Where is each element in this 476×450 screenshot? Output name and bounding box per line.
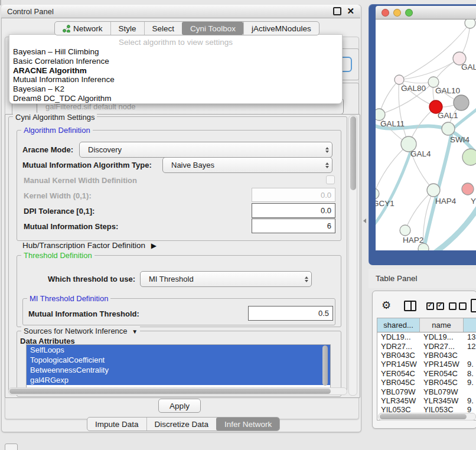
network-node[interactable]: [465, 19, 475, 28]
hub-expander-label: Hub/Transcription Factor Definition: [22, 241, 145, 250]
manual-kernel-checkbox[interactable]: [326, 175, 335, 184]
algorithm-option[interactable]: Bayesian – Hill Climbing: [11, 47, 342, 57]
settings-hscrollbar-thumb[interactable]: [9, 389, 331, 394]
data-attribute-item[interactable]: gal4RGexp: [27, 375, 330, 385]
node-label: GAL7: [461, 63, 476, 71]
tab-label: Network: [73, 24, 103, 33]
tab-network[interactable]: Network: [55, 22, 110, 35]
mi-steps-label: Mutual Information Steps:: [24, 222, 118, 231]
aracne-mode-label: Aracne Mode:: [22, 145, 73, 154]
bottom-tab-infer-network[interactable]: Infer Network: [216, 418, 279, 431]
network-edge[interactable]: [399, 58, 459, 80]
select-all-checkboxes-icon[interactable]: [426, 302, 444, 310]
dropdown-item-list: Bayesian – Hill ClimbingBasic Correlatio…: [9, 47, 342, 103]
table-cell: YER054C: [420, 369, 464, 378]
dpi-tolerance-field[interactable]: 0.0: [252, 203, 335, 218]
table-hscrollbar-thumb[interactable]: [380, 414, 467, 419]
threshold-definition-title: Threshold Definition: [21, 251, 94, 260]
hub-expander[interactable]: Hub/Transcription Factor Definition ▶: [22, 241, 157, 250]
network-node[interactable]: [462, 183, 474, 195]
node-label: HAP2: [403, 236, 423, 244]
network-node[interactable]: [442, 122, 455, 135]
algorithm-option[interactable]: Mutual Information Inference: [11, 75, 342, 84]
algorithm-option[interactable]: Dream8 DC_TDC Algorithm: [11, 94, 342, 103]
node-label: GCY1: [376, 199, 395, 208]
table-cell: YLR345W: [377, 396, 420, 405]
mi-threshold-label: Mutual Information Threshold:: [28, 309, 139, 318]
split-columns-icon[interactable]: [404, 301, 416, 311]
mi-type-combo[interactable]: Naive Bayes: [162, 157, 332, 173]
network-node[interactable]: [395, 75, 404, 84]
docked-tool-icon[interactable]: [5, 444, 18, 450]
bottom-tab-discretize-data[interactable]: Discretize Data: [146, 418, 217, 431]
tab-select[interactable]: Select: [144, 22, 182, 35]
apply-button[interactable]: Apply: [158, 399, 201, 413]
dpi-tolerance-label: DPI Tolerance [0,1]:: [24, 207, 94, 216]
table-row[interactable]: YER054CYER054C8.: [377, 369, 476, 378]
network-node[interactable]: [376, 188, 379, 199]
float-window-icon[interactable]: [333, 7, 341, 15]
bottom-tab-impute-data[interactable]: Impute Data: [87, 418, 146, 431]
table-cell: YDL19...: [377, 332, 420, 341]
table-row[interactable]: YDR27...YDR27...12: [377, 341, 476, 350]
network-node[interactable]: [400, 225, 410, 236]
network-node[interactable]: [418, 243, 429, 250]
aracne-mode-combo[interactable]: Discovery: [79, 142, 332, 158]
network-canvas[interactable]: GAL7GAL80GAL10GAL1GAL11SWI4GAL4HAP4YGCY1…: [376, 19, 476, 250]
network-node[interactable]: [376, 109, 385, 120]
settings-vscrollbar-thumb[interactable]: [350, 116, 356, 190]
mac-minimize-button[interactable]: [393, 9, 401, 17]
algorithm-option[interactable]: Bayesian – K2: [11, 84, 342, 94]
table-row[interactable]: YBR045CYBR045C9.: [377, 378, 476, 387]
table-cell: YDL19...: [420, 332, 464, 341]
sources-group-title[interactable]: Sources for Network Inference ▼: [21, 327, 140, 335]
table-column-header[interactable]: [464, 318, 476, 332]
table-cell: 9.: [464, 396, 476, 405]
mac-zoom-button[interactable]: [405, 9, 413, 17]
data-attribute-item[interactable]: BetweennessCentrality: [27, 365, 330, 375]
stepper-icon: [322, 158, 332, 172]
table-column-header[interactable]: name: [420, 318, 464, 332]
table-row[interactable]: YLR345WYLR345W9.: [377, 396, 476, 405]
mi-type-value: Naive Bayes: [163, 161, 322, 169]
table-column-header[interactable]: shared...: [377, 318, 420, 332]
mi-steps-field[interactable]: 6: [252, 219, 335, 233]
table-row[interactable]: YBL079WYBL079W: [377, 387, 476, 396]
node-label: Y: [471, 197, 476, 206]
tab-jactivemnodules[interactable]: jActiveMNodules: [243, 22, 319, 35]
gear-icon[interactable]: ⚙: [382, 300, 391, 311]
attributes-vscrollbar-thumb[interactable]: [322, 345, 328, 386]
network-node[interactable]: [462, 149, 476, 165]
kernel-width-field[interactable]: 0.0: [252, 188, 335, 202]
table-row[interactable]: YDL19...YDL19...13: [377, 332, 476, 341]
table-row[interactable]: YPR145WYPR145W9.: [377, 360, 476, 369]
manual-kernel-label: Manual Kernel Width Definition: [24, 176, 137, 185]
table-cell: YBL079W: [420, 387, 464, 396]
deselect-all-checkboxes-icon[interactable]: [449, 302, 467, 310]
kernel-width-label: Kernel Width (0,1):: [24, 191, 92, 200]
algorithm-definition-title: Algorithm Definition: [21, 126, 93, 135]
data-attribute-item[interactable]: TopologicalCoefficient: [27, 355, 330, 365]
mi-threshold-field[interactable]: 0.5: [248, 306, 333, 321]
data-attribute-item[interactable]: SelfLoops: [27, 345, 330, 355]
tab-cyni-toolbox[interactable]: Cyni Toolbox: [182, 22, 243, 35]
close-icon[interactable]: ✕: [347, 8, 354, 14]
table-row[interactable]: YBR043CYBR043C: [377, 351, 476, 360]
panel-collapse-arrow-icon[interactable]: [363, 219, 366, 223]
network-node[interactable]: [427, 184, 440, 197]
table-cell: YBR045C: [420, 378, 464, 387]
network-edge-thick[interactable]: [432, 207, 476, 250]
export-table-icon[interactable]: [471, 299, 476, 312]
which-threshold-combo[interactable]: MI Threshold: [140, 271, 312, 287]
network-edge-thick[interactable]: [376, 151, 411, 227]
table-cell: 9.: [464, 360, 476, 369]
node-label: HAP4: [435, 197, 457, 206]
network-node[interactable]: [454, 95, 469, 110]
algorithm-option[interactable]: Basic Correlation Inference: [11, 57, 342, 66]
algorithm-option[interactable]: ARACNE Algorithm: [11, 66, 342, 76]
table-cell: 9.: [464, 378, 476, 387]
mac-close-button[interactable]: [382, 9, 389, 17]
node-label: GAL80: [401, 84, 426, 93]
tab-style[interactable]: Style: [110, 22, 144, 35]
control-panel-titlebar: Control Panel ✕: [1, 5, 360, 18]
